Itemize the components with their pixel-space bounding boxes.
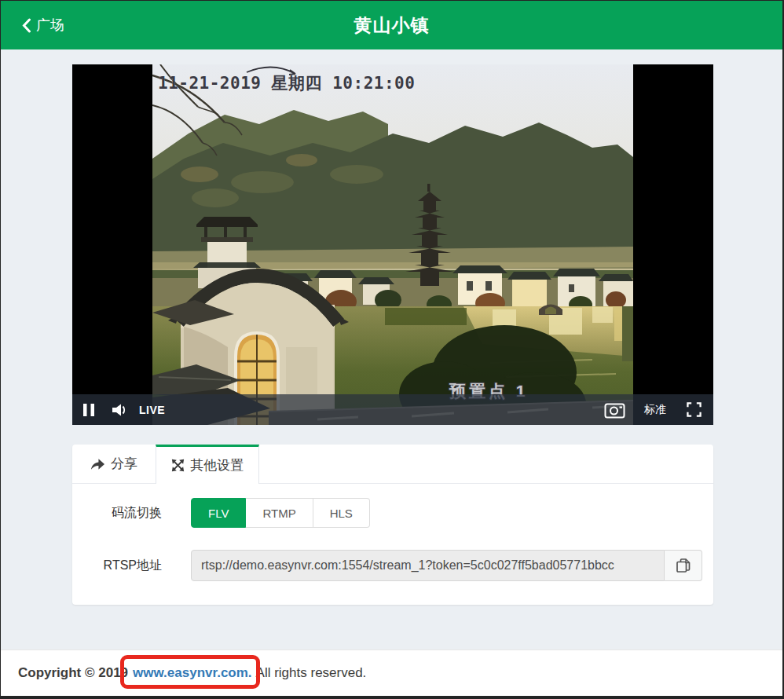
fullscreen-icon xyxy=(687,402,702,417)
tab-other-settings[interactable]: 其他设置 xyxy=(156,445,259,484)
camera-icon xyxy=(604,401,625,419)
app-window: 广场 黄山小镇 xyxy=(0,0,784,699)
copyright-prefix: Copyright © 2019 xyxy=(18,665,128,681)
tab-other-settings-label: 其他设置 xyxy=(190,456,244,474)
copy-icon xyxy=(676,558,691,573)
stream-option-rtmp[interactable]: RTMP xyxy=(246,498,313,528)
rtsp-row: RTSP地址 xyxy=(72,550,713,581)
footer-link[interactable]: www.easynvr.com. xyxy=(133,665,252,681)
tab-bar: 分享 其他设置 xyxy=(72,445,713,484)
copyright-suffix: All rights reserved. xyxy=(256,665,367,681)
fullscreen-button[interactable] xyxy=(687,402,702,417)
rtsp-address-input[interactable] xyxy=(191,550,665,581)
quality-button[interactable]: 标准 xyxy=(644,403,666,417)
volume-button[interactable] xyxy=(111,403,126,417)
chevron-left-icon xyxy=(21,18,31,33)
copy-button[interactable] xyxy=(665,550,702,581)
stream-option-flv[interactable]: FLV xyxy=(191,498,246,528)
app-footer: Copyright © 2019 www.easynvr.com. All ri… xyxy=(1,650,782,696)
video-scene xyxy=(152,64,633,425)
page-title: 黄山小镇 xyxy=(354,13,430,38)
osd-timestamp: 11-21-2019 星期四 10:21:00 xyxy=(158,72,472,94)
rtsp-label: RTSP地址 xyxy=(97,558,162,574)
expand-arrows-icon xyxy=(171,459,185,472)
settings-card: 分享 其他设置 码流切换 FLV RTMP HLS xyxy=(72,445,713,605)
stream-switch-row: 码流切换 FLV RTMP HLS xyxy=(72,498,713,528)
pause-icon xyxy=(82,403,95,417)
stream-button-group: FLV RTMP HLS xyxy=(191,498,370,528)
back-button[interactable]: 广场 xyxy=(21,1,64,49)
back-label: 广场 xyxy=(36,16,64,35)
live-badge: LIVE xyxy=(139,404,165,416)
video-player: 11-21-2019 星期四 10:21:00 预置点 1 LIVE xyxy=(72,64,713,425)
snapshot-button[interactable] xyxy=(604,401,625,419)
stream-option-hls[interactable]: HLS xyxy=(313,498,370,528)
app-header: 广场 黄山小镇 xyxy=(1,1,782,49)
share-arrow-icon xyxy=(90,457,105,470)
volume-icon xyxy=(111,403,126,417)
video-surface[interactable]: 11-21-2019 星期四 10:21:00 预置点 1 xyxy=(152,64,633,425)
tab-share-label: 分享 xyxy=(111,455,137,473)
player-control-bar: LIVE 标准 xyxy=(72,394,713,425)
stream-switch-label: 码流切换 xyxy=(97,505,162,522)
pause-button[interactable] xyxy=(82,403,95,417)
tab-share[interactable]: 分享 xyxy=(72,445,156,483)
